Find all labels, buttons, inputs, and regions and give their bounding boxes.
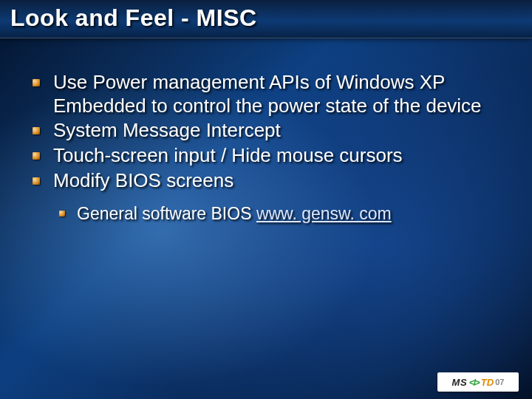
slide: Look and Feel - MISC Use Power managemen… — [0, 0, 532, 399]
content-area: Use Power management APIs of Windows XP … — [30, 71, 502, 224]
footer-logo: MS </> TD 07 — [437, 372, 519, 392]
main-bullet-list: Use Power management APIs of Windows XP … — [30, 71, 502, 193]
bullet-item: Modify BIOS screens — [30, 169, 502, 193]
sub-bullet-item: General software BIOS www. gensw. com — [56, 203, 502, 225]
bullet-item: Use Power management APIs of Windows XP … — [30, 71, 502, 117]
bios-link[interactable]: www. gensw. com — [256, 204, 392, 223]
title-bar: Look and Feel - MISC — [0, 0, 532, 38]
bullet-item: Touch-screen input / Hide mouse cursors — [30, 144, 502, 168]
bullet-item: System Message Intercept — [30, 119, 502, 143]
sub-bullet-list: General software BIOS www. gensw. com — [30, 203, 502, 225]
slide-title: Look and Feel - MISC — [10, 4, 522, 32]
logo-ms-text: MS — [452, 377, 468, 388]
logo-chevron-icon: </> — [469, 377, 479, 388]
logo-year-text: 07 — [495, 378, 504, 386]
sub-bullet-text: General software BIOS — [77, 204, 256, 223]
logo-td-text: TD — [481, 377, 494, 388]
